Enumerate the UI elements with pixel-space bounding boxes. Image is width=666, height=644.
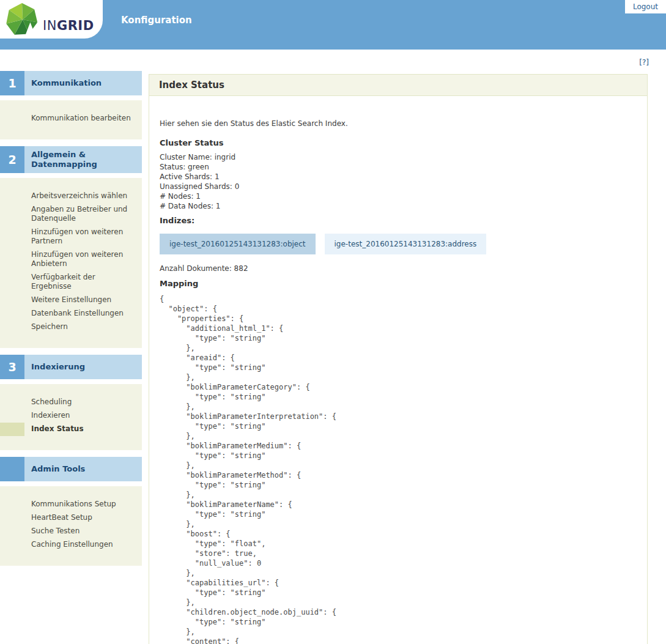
mapping-json-line: "type": "string" [160, 363, 636, 372]
cluster-status-line: # Nodes: 1 [160, 191, 636, 201]
section-title: Kommunikation [24, 71, 142, 95]
mapping-json-line: "type": "string" [160, 421, 636, 431]
mapping-json-line: }, [160, 627, 636, 637]
indices-heading: Indizes: [160, 216, 636, 225]
active-marker [0, 226, 24, 248]
active-marker [0, 396, 24, 409]
active-marker [0, 511, 24, 525]
mapping-json-line: "capabilities_url": { [160, 578, 636, 588]
section-number: 3 [0, 355, 24, 379]
sidebar-item[interactable]: Arbeitsverzeichnis wählen [0, 190, 142, 203]
mapping-json-line: "boklimParameterMethod": { [160, 470, 636, 480]
sidebar-section-kommunikation[interactable]: 1 Kommunikation [0, 71, 142, 95]
mapping-json-line: "boklimParameterInterpretation": { [160, 412, 636, 421]
panel-titlebar: Index Status [149, 75, 647, 96]
cluster-status-heading: Cluster Status [160, 138, 636, 147]
mapping-json-line: }, [160, 461, 636, 470]
sidebar-item-label: Caching Einstellungen [24, 538, 142, 552]
mapping-json-line: "type": "string" [160, 480, 636, 490]
mapping-json-line: "object": { [160, 304, 636, 314]
app-header: INGRID Konfiguration Logout [0, 0, 666, 50]
intro-text: Hier sehen sie den Status des Elastic Se… [160, 119, 636, 128]
section-title: Admin Tools [24, 457, 142, 481]
section-title: Indexierung [24, 355, 142, 379]
sidebar-item[interactable]: Caching Einstellungen [0, 538, 142, 552]
sidebar-item[interactable]: Hinzufügen von weiteren Anbietern [0, 248, 142, 271]
panel-body: Hier sehen sie den Status des Elastic Se… [149, 96, 647, 644]
page-title: Konfiguration [121, 15, 192, 26]
active-marker [0, 294, 24, 307]
cluster-status-line: Status: green [160, 162, 636, 172]
mapping-json-line: }, [160, 372, 636, 382]
mapping-json: { "object": { "properties": { "additiona… [160, 294, 636, 644]
sidebar-panel-allgemein: Arbeitsverzeichnis wählen Angaben zu Bet… [0, 178, 142, 348]
mapping-json-line: { [160, 294, 636, 304]
active-marker [0, 525, 24, 538]
sidebar-section-indexierung[interactable]: 3 Indexierung [0, 355, 142, 379]
sidebar-item-label: Scheduling [24, 396, 142, 409]
sidebar-item[interactable]: Verfügbarkeit der Ergebnisse [0, 271, 142, 294]
logo-text-in: IN [43, 18, 57, 33]
mapping-json-line: "boost": { [160, 529, 636, 539]
mapping-json-line: }, [160, 568, 636, 578]
mapping-json-line: "properties": { [160, 314, 636, 324]
logo-text-grid: GRID [57, 18, 94, 33]
index-tab[interactable]: ige-test_20160125143131283:address [325, 234, 487, 254]
sidebar-item-label: Kommunikation bearbeiten [24, 112, 142, 125]
sidebar-section-admin-tools[interactable]: Admin Tools [0, 457, 142, 481]
sidebar-panel-admin-tools: Kommunikations Setup HeartBeat Setup Suc… [0, 486, 142, 566]
index-tab[interactable]: ige-test_20160125143131283:object [160, 234, 316, 254]
sidebar-item-label: Angaben zu Betreiber und Datenquelle [24, 203, 142, 226]
sidebar-item[interactable]: Kommunikations Setup [0, 498, 142, 511]
sidebar-item-label: Kommunikations Setup [24, 498, 142, 511]
sidebar-item-label: Verfügbarkeit der Ergebnisse [24, 271, 142, 294]
sidebar-section-allgemein[interactable]: 2 Allgemein & Datenmapping [0, 146, 142, 173]
sidebar-item[interactable]: Kommunikation bearbeiten [0, 112, 142, 125]
active-marker [0, 307, 24, 320]
sidebar-item[interactable]: Angaben zu Betreiber und Datenquelle [0, 203, 142, 226]
sidebar-item-label: Index Status [24, 423, 142, 436]
mapping-json-line: "areaid": { [160, 353, 636, 363]
sidebar-item[interactable]: Datenbank Einstellungen [0, 307, 142, 320]
sidebar-item[interactable]: Scheduling [0, 396, 142, 409]
document-count: Anzahl Dokumente: 882 [160, 264, 636, 273]
mapping-json-line: "content": { [160, 637, 636, 644]
mapping-json-line: "boklimParameterMedium": { [160, 441, 636, 451]
cluster-status-lines: Cluster Name: ingrid Status: green Activ… [160, 152, 636, 211]
logo-wordmark: INGRID [43, 18, 94, 33]
sidebar-item-label: Hinzufügen von weiteren Partnern [24, 226, 142, 248]
mapping-json-line: "type": "string" [160, 588, 636, 598]
mapping-json-line: "type": "string" [160, 333, 636, 343]
sidebar-item-label: Datenbank Einstellungen [24, 307, 142, 320]
logout-button[interactable]: Logout [625, 0, 666, 13]
sidebar-item[interactable]: Hinzufügen von weiteren Partnern [0, 226, 142, 248]
logo-box: INGRID [0, 0, 103, 39]
index-tab-label: ige-test_20160125143131283:object [169, 240, 306, 248]
mapping-json-line: "children.object_node.obj_uuid": { [160, 607, 636, 617]
sidebar-item[interactable]: HeartBeat Setup [0, 511, 142, 525]
sidebar-item[interactable]: Speichern [0, 320, 142, 334]
mapping-json-line: }, [160, 402, 636, 412]
content-panel: Index Status Hier sehen sie den Status d… [149, 74, 648, 644]
sidebar-item[interactable]: Indexieren [0, 409, 142, 423]
mapping-json-line: "boklimParameterCategory": { [160, 382, 636, 392]
sidebar-item[interactable]: Weitere Einstellungen [0, 294, 142, 307]
index-tabs: ige-test_20160125143131283:object ige-te… [160, 234, 636, 254]
active-marker [0, 538, 24, 552]
sidebar-item-label: HeartBeat Setup [24, 511, 142, 525]
sidebar-item-label: Indexieren [24, 409, 142, 423]
help-link[interactable]: [?] [639, 58, 649, 67]
sidebar-item-label: Weitere Einstellungen [24, 294, 142, 307]
sidebar-item[interactable]: Index Status [0, 423, 142, 436]
sidebar-item[interactable]: Suche Testen [0, 525, 142, 538]
mapping-json-line: }, [160, 519, 636, 529]
mapping-json-line: }, [160, 598, 636, 607]
mapping-json-line: }, [160, 431, 636, 441]
active-marker [0, 409, 24, 423]
active-marker [0, 190, 24, 203]
active-marker [0, 112, 24, 125]
mapping-json-line: "type": "string" [160, 392, 636, 402]
mapping-json-line: "type": "float", [160, 539, 636, 549]
active-marker [0, 498, 24, 511]
panel-title: Index Status [159, 80, 224, 91]
